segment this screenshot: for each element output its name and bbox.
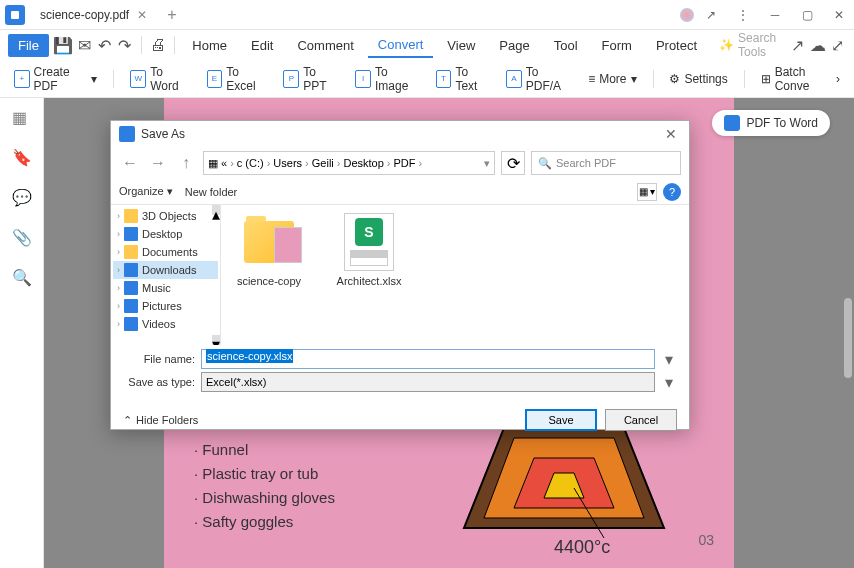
minimize-button[interactable]: ─ [760, 0, 790, 30]
expand-icon[interactable]: ⤢ [830, 33, 846, 57]
share-icon[interactable]: ↗ [696, 0, 726, 30]
dialog-nav: ← → ↑ ▦ «› c (C:)› Users› Geili› Desktop… [111, 147, 689, 179]
nav-back-icon[interactable]: ← [119, 152, 141, 174]
save-as-dialog: Save As ✕ ← → ↑ ▦ «› c (C:)› Users› Geil… [110, 120, 690, 430]
page-number: 03 [698, 532, 714, 548]
menu-form[interactable]: Form [592, 34, 642, 57]
file-science-copy[interactable]: science-copy [229, 213, 309, 287]
menu-home[interactable]: Home [182, 34, 237, 57]
menu-comment[interactable]: Comment [287, 34, 363, 57]
dialog-footer: ⌃Hide Folders Save Cancel [111, 399, 689, 441]
filename-label: File name: [123, 353, 195, 365]
file-menu[interactable]: File [8, 34, 49, 57]
savetype-label: Save as type: [123, 376, 195, 388]
redo-icon[interactable]: ↷ [117, 33, 133, 57]
menu-tool[interactable]: Tool [544, 34, 588, 57]
search-icon[interactable]: 🔍 [12, 268, 32, 288]
dialog-toolbar: Organize ▾ New folder ▦ ▾ ? [111, 179, 689, 205]
to-image-button[interactable]: ITo Image [349, 61, 423, 97]
organize-button[interactable]: Organize ▾ [119, 185, 173, 198]
hide-folders-button[interactable]: ⌃Hide Folders [123, 414, 198, 427]
menu-convert[interactable]: Convert [368, 33, 434, 58]
attachment-icon[interactable]: 📎 [12, 228, 32, 248]
new-folder-button[interactable]: New folder [185, 186, 238, 198]
new-tab-button[interactable]: + [157, 6, 186, 24]
create-pdf-button[interactable]: +Create PDF ▾ [8, 61, 103, 97]
more-menu-icon[interactable]: ⋮ [728, 0, 758, 30]
ai-icon[interactable] [680, 8, 694, 22]
filename-dropdown[interactable]: ▾ [661, 350, 677, 369]
to-word-button[interactable]: WTo Word [124, 61, 194, 97]
tree-desktop[interactable]: ›Desktop [113, 225, 218, 243]
scrollbar[interactable] [844, 298, 852, 378]
cancel-button[interactable]: Cancel [605, 409, 677, 431]
batch-convert-button[interactable]: ⊞Batch Conve › [755, 61, 846, 97]
filename-input[interactable]: science-copy.xlsx [201, 349, 655, 369]
cloud-icon[interactable]: ☁ [810, 33, 826, 57]
tree-scroll-down[interactable]: ▾ [212, 335, 220, 345]
to-text-button[interactable]: TTo Text [430, 61, 494, 97]
file-list[interactable]: science-copy S Architect.xlsx [221, 205, 689, 345]
chevron-up-icon: ⌃ [123, 414, 132, 427]
more-button[interactable]: ≡More ▾ [582, 68, 642, 90]
folder-tree[interactable]: ›3D Objects ›Desktop ›Documents ›Downloa… [111, 205, 221, 345]
tree-music[interactable]: ›Music [113, 279, 218, 297]
refresh-button[interactable]: ⟳ [501, 151, 525, 175]
settings-button[interactable]: ⚙Settings [663, 68, 733, 90]
save-icon[interactable]: 💾 [53, 33, 73, 57]
save-button[interactable]: Save [525, 409, 597, 431]
file-architect-xlsx[interactable]: S Architect.xlsx [329, 213, 409, 287]
savetype-dropdown[interactable]: ▾ [661, 373, 677, 392]
document-text: · Funnel · Plastic tray or tub · Dishwas… [194, 438, 335, 534]
search-tools[interactable]: ✨ Search Tools [711, 29, 786, 61]
breadcrumb[interactable]: ▦ «› c (C:)› Users› Geili› Desktop› PDF›… [203, 151, 495, 175]
tree-videos[interactable]: ›Videos [113, 315, 218, 333]
menu-bar: File 💾 ✉ ↶ ↷ 🖨 Home Edit Comment Convert… [0, 30, 854, 60]
to-pdfa-button[interactable]: ATo PDF/A [500, 61, 576, 97]
convert-toolbar: +Create PDF ▾ WTo Word ETo Excel PTo PPT… [0, 60, 854, 98]
bookmark-icon[interactable]: 🔖 [12, 148, 32, 168]
gear-icon: ⚙ [669, 72, 680, 86]
dialog-fields: File name: science-copy.xlsx ▾ Save as t… [111, 345, 689, 399]
tree-scroll-up[interactable]: ▴ [212, 205, 220, 215]
menu-page[interactable]: Page [489, 34, 539, 57]
help-button[interactable]: ? [663, 183, 681, 201]
menu-protect[interactable]: Protect [646, 34, 707, 57]
maximize-button[interactable]: ▢ [792, 0, 822, 30]
svg-text:4400°c: 4400°c [554, 537, 610, 557]
menu-edit[interactable]: Edit [241, 34, 283, 57]
to-ppt-button[interactable]: PTo PPT [277, 61, 343, 97]
print-icon[interactable]: 🖨 [150, 33, 166, 57]
thumbnails-icon[interactable]: ▦ [12, 108, 32, 128]
dialog-close-button[interactable]: ✕ [661, 126, 681, 142]
word-icon [724, 115, 740, 131]
magic-wand-icon: ✨ [719, 38, 734, 52]
nav-forward-icon[interactable]: → [147, 152, 169, 174]
mail-icon[interactable]: ✉ [77, 33, 93, 57]
tree-3d-objects[interactable]: ›3D Objects [113, 207, 218, 225]
close-window-button[interactable]: ✕ [824, 0, 854, 30]
search-icon: 🔍 [538, 157, 552, 170]
dialog-titlebar: Save As ✕ [111, 121, 689, 147]
view-mode-button[interactable]: ▦ ▾ [637, 183, 657, 201]
dialog-icon [119, 126, 135, 142]
to-excel-button[interactable]: ETo Excel [201, 61, 272, 97]
menu-view[interactable]: View [437, 34, 485, 57]
tree-downloads[interactable]: ›Downloads [113, 261, 218, 279]
pdf-to-word-float-button[interactable]: PDF To Word [712, 110, 830, 136]
app-icon [0, 0, 30, 30]
comment-icon[interactable]: 💬 [12, 188, 32, 208]
title-bar: science-copy.pdf ✕ + ↗ ⋮ ─ ▢ ✕ [0, 0, 854, 30]
savetype-select[interactable]: Excel(*.xlsx) [201, 372, 655, 392]
document-tab[interactable]: science-copy.pdf ✕ [30, 0, 157, 29]
external-link-icon[interactable]: ↗ [790, 33, 806, 57]
tab-close-icon[interactable]: ✕ [137, 8, 147, 22]
nav-up-icon[interactable]: ↑ [175, 152, 197, 174]
tree-documents[interactable]: ›Documents [113, 243, 218, 261]
search-folder-input[interactable]: 🔍 Search PDF [531, 151, 681, 175]
dialog-title: Save As [141, 127, 185, 141]
undo-icon[interactable]: ↶ [97, 33, 113, 57]
tab-title: science-copy.pdf [40, 8, 129, 22]
tree-pictures[interactable]: ›Pictures [113, 297, 218, 315]
left-sidebar: ▦ 🔖 💬 📎 🔍 [0, 98, 44, 568]
